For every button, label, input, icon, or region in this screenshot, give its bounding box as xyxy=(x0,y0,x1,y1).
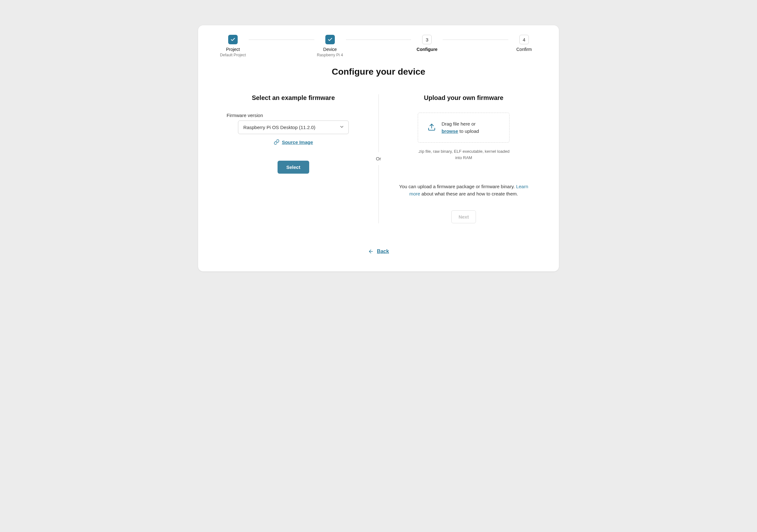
check-icon xyxy=(228,35,238,44)
step-connector xyxy=(346,40,411,40)
step-label: Confirm xyxy=(517,47,532,52)
source-image-link[interactable]: Source Image xyxy=(274,139,313,145)
example-firmware-column: Select an example firmware Firmware vers… xyxy=(217,94,376,223)
upload-description: You can upload a firmware package or fir… xyxy=(397,183,530,198)
step-number: 3 xyxy=(422,35,432,44)
step-label: Project xyxy=(226,47,240,52)
step-label: Device xyxy=(323,47,337,52)
back-link[interactable]: Back xyxy=(368,249,389,254)
link-icon xyxy=(274,139,280,145)
select-button[interactable]: Select xyxy=(278,161,309,174)
desc-prefix: You can upload a firmware package or fir… xyxy=(399,184,516,189)
drop-suffix: to upload xyxy=(458,129,479,134)
upload-hint: .zip file, raw binary, ELF executable, k… xyxy=(418,148,509,161)
file-dropzone[interactable]: Drag file here or browse to upload xyxy=(418,113,509,143)
stepper: Project Default Project Device Raspberry… xyxy=(217,35,540,57)
firmware-version-select-wrap: Raspberry Pi OS Desktop (11.2.0) xyxy=(238,121,349,134)
config-card: Project Default Project Device Raspberry… xyxy=(198,25,559,271)
step-connector xyxy=(249,40,314,40)
next-button[interactable]: Next xyxy=(451,210,476,223)
arrow-left-icon xyxy=(368,249,374,254)
divider: Or xyxy=(376,94,381,223)
browse-link[interactable]: browse xyxy=(441,129,458,134)
back-row: Back xyxy=(217,249,540,255)
firmware-version-select[interactable]: Raspberry Pi OS Desktop (11.2.0) xyxy=(238,121,349,134)
step-label: Configure xyxy=(416,47,438,52)
check-icon xyxy=(325,35,335,44)
step-confirm[interactable]: 4 Confirm xyxy=(508,35,540,52)
example-title: Select an example firmware xyxy=(252,94,335,102)
dropzone-text: Drag file here or browse to upload xyxy=(441,121,479,135)
page-title: Configure your device xyxy=(217,67,540,77)
step-project[interactable]: Project Default Project xyxy=(217,35,249,57)
firmware-version-label: Firmware version xyxy=(227,113,337,118)
desc-suffix: about what these are and how to create t… xyxy=(420,191,518,196)
divider-label: Or xyxy=(376,152,381,165)
step-device[interactable]: Device Raspberry Pi 4 xyxy=(314,35,346,57)
step-configure[interactable]: 3 Configure xyxy=(411,35,443,52)
step-number: 4 xyxy=(519,35,529,44)
divider-line xyxy=(378,165,379,223)
drop-line1: Drag file here or xyxy=(441,121,476,127)
upload-icon xyxy=(428,123,436,133)
upload-firmware-column: Upload your own firmware Drag file here … xyxy=(381,94,540,223)
back-label: Back xyxy=(377,249,389,254)
upload-title: Upload your own firmware xyxy=(424,94,503,102)
source-image-label: Source Image xyxy=(282,139,313,145)
step-sublabel: Default Project xyxy=(220,53,246,57)
step-connector xyxy=(443,40,508,40)
step-sublabel: Raspberry Pi 4 xyxy=(317,53,343,57)
columns: Select an example firmware Firmware vers… xyxy=(217,94,540,223)
divider-line xyxy=(378,94,379,152)
